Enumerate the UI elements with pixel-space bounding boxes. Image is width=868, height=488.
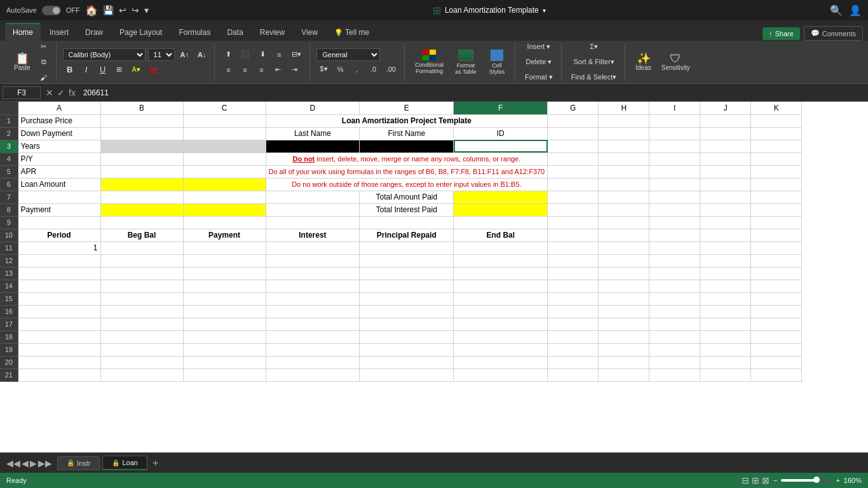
cell-A10[interactable]: Period: [18, 229, 100, 241]
cell-J10[interactable]: [700, 229, 751, 241]
comments-button[interactable]: 💬 Comments: [804, 26, 863, 41]
cell-F2[interactable]: ID: [454, 127, 548, 140]
align-center-button[interactable]: ≡: [238, 63, 252, 77]
cell-D1[interactable]: Loan Amortization Project Template: [266, 114, 548, 127]
align-middle-button[interactable]: ⬛: [238, 48, 253, 62]
cell-E2[interactable]: First Name: [360, 127, 454, 140]
cell-E3[interactable]: [360, 140, 454, 152]
zoom-increase-button[interactable]: +: [836, 477, 839, 484]
cell-A12[interactable]: [18, 254, 100, 267]
cell-C3[interactable]: [183, 140, 266, 152]
cell-G1[interactable]: [548, 114, 599, 127]
percent-button[interactable]: %: [334, 62, 348, 76]
cell-C9[interactable]: [183, 216, 266, 229]
cell-F10[interactable]: End Bal: [454, 229, 548, 241]
delete-button[interactable]: Delete ▾: [522, 55, 556, 69]
italic-button[interactable]: I: [79, 63, 93, 77]
cell-H9[interactable]: [599, 216, 649, 229]
cell-I9[interactable]: [649, 216, 700, 229]
home-icon[interactable]: 🏠: [85, 4, 98, 17]
autosave-toggle[interactable]: [42, 6, 61, 15]
cell-H4[interactable]: [599, 152, 649, 165]
bold-button[interactable]: B: [63, 63, 77, 77]
cell-J5[interactable]: [700, 165, 751, 178]
save-icon[interactable]: 💾: [103, 5, 114, 15]
col-header-H[interactable]: H: [599, 102, 649, 114]
find-select-button[interactable]: Find & Select▾: [568, 71, 620, 85]
share-button[interactable]: ↑ Share: [763, 27, 800, 40]
tab-draw[interactable]: Draw: [78, 24, 111, 41]
add-sheet-button[interactable]: +: [150, 455, 161, 471]
undo-icon[interactable]: ↩: [119, 5, 126, 15]
border-button[interactable]: ⊞: [112, 63, 126, 77]
tab-page-layout[interactable]: Page Layout: [112, 24, 170, 41]
cell-A11[interactable]: 1: [18, 241, 100, 254]
cell-J11[interactable]: [700, 241, 751, 254]
cell-C1[interactable]: [183, 114, 266, 127]
cell-G5[interactable]: [548, 165, 599, 178]
cell-A4[interactable]: P/Y: [18, 152, 100, 165]
zoom-decrease-button[interactable]: −: [773, 477, 777, 484]
conditional-formatting-button[interactable]: ConditionalFormatting: [411, 47, 447, 78]
cell-G11[interactable]: [548, 241, 599, 254]
formula-insert-function-icon[interactable]: fx: [69, 88, 76, 98]
currency-button[interactable]: $▾: [316, 62, 330, 76]
cell-B11[interactable]: [100, 241, 183, 254]
tab-view[interactable]: View: [294, 24, 325, 41]
col-header-B[interactable]: B: [100, 102, 183, 114]
cell-E9[interactable]: [360, 216, 454, 229]
cell-K5[interactable]: [751, 165, 802, 178]
cell-H5[interactable]: [599, 165, 649, 178]
cell-reference-input[interactable]: [3, 86, 41, 99]
cell-E7[interactable]: Total Amount Paid: [360, 191, 454, 203]
align-left-button[interactable]: ≡: [221, 63, 235, 77]
cell-A9[interactable]: [18, 216, 100, 229]
sheet-tab-loan[interactable]: 🔒 Loan: [102, 456, 147, 470]
cell-F3[interactable]: [454, 140, 548, 152]
cell-D8[interactable]: [266, 203, 360, 216]
comma-button[interactable]: ,: [350, 62, 364, 76]
cell-E10[interactable]: Principal Repaid: [360, 229, 454, 241]
sheet-tab-instr[interactable]: 🔒 Instr: [57, 456, 100, 470]
tab-review[interactable]: Review: [252, 24, 292, 41]
cell-D11[interactable]: [266, 241, 360, 254]
cell-C11[interactable]: [183, 241, 266, 254]
format-button[interactable]: Format ▾: [522, 71, 556, 85]
zoom-bar[interactable]: [781, 479, 832, 482]
sum-button[interactable]: Σ▾: [568, 40, 620, 54]
cell-G4[interactable]: [548, 152, 599, 165]
cell-G2[interactable]: [548, 127, 599, 140]
cell-B2[interactable]: [100, 127, 183, 140]
cell-B7[interactable]: [100, 191, 183, 203]
cell-A6[interactable]: Loan Amount: [18, 178, 100, 191]
align-right-button[interactable]: ≡: [254, 63, 268, 77]
merge-button[interactable]: ⊟▾: [288, 48, 304, 62]
font-family-select[interactable]: Calibri (Body): [63, 48, 146, 61]
col-header-I[interactable]: I: [649, 102, 700, 114]
cell-H6[interactable]: [599, 178, 649, 191]
sensitivity-button[interactable]: 🛡 Sensitivity: [658, 50, 694, 74]
ideas-button[interactable]: ✨ Ideas: [632, 50, 654, 74]
cell-G3[interactable]: [548, 140, 599, 152]
cell-D9[interactable]: [266, 216, 360, 229]
cell-G7[interactable]: [548, 191, 599, 203]
cut-button[interactable]: ✂: [37, 40, 51, 54]
cell-H11[interactable]: [599, 241, 649, 254]
search-icon[interactable]: 🔍: [830, 4, 843, 17]
cell-J8[interactable]: [700, 203, 751, 216]
cell-K8[interactable]: [751, 203, 802, 216]
cell-C6[interactable]: [183, 178, 266, 191]
cell-K4[interactable]: [751, 152, 802, 165]
col-header-E[interactable]: E: [360, 102, 454, 114]
increase-decimal-button[interactable]: .00: [383, 62, 399, 76]
col-header-A[interactable]: A: [18, 102, 100, 114]
col-header-J[interactable]: J: [700, 102, 751, 114]
cell-D3[interactable]: [266, 140, 360, 152]
underline-button[interactable]: U: [96, 63, 110, 77]
col-header-F[interactable]: F: [454, 102, 548, 114]
cell-H1[interactable]: [599, 114, 649, 127]
more-icon[interactable]: ▾: [144, 5, 149, 15]
cell-F7[interactable]: [454, 191, 548, 203]
cell-J4[interactable]: [700, 152, 751, 165]
cell-G8[interactable]: [548, 203, 599, 216]
